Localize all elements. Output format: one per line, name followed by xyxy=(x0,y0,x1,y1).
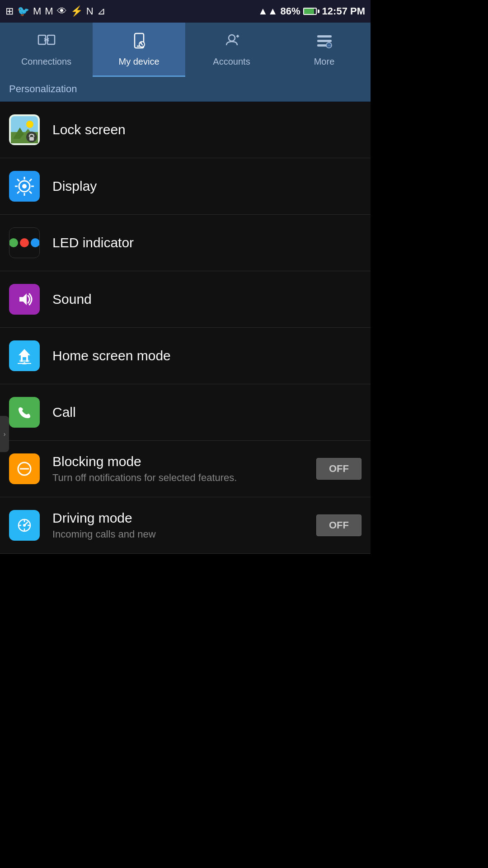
tab-more[interactable]: ··· More xyxy=(278,23,371,77)
svg-point-41 xyxy=(14,402,34,422)
cast-icon: ⊿ xyxy=(97,5,105,17)
tab-connections-label: Connections xyxy=(21,57,71,67)
call-content: Call xyxy=(52,405,361,420)
led-dot-red xyxy=(20,238,29,247)
display-title: Display xyxy=(52,179,361,194)
settings-item-blocking[interactable]: Blocking mode Turn off notifications for… xyxy=(0,441,371,497)
gmail-icon-2: M xyxy=(45,5,53,17)
settings-item-lock-screen[interactable]: Lock screen xyxy=(0,102,371,158)
signal-icon: ▲▲ xyxy=(258,5,278,17)
sidebar-handle[interactable]: › xyxy=(0,416,9,452)
display-content: Display xyxy=(52,179,361,194)
lock-screen-title: Lock screen xyxy=(52,122,361,137)
bluetooth-icon: ⚡ xyxy=(70,5,83,17)
call-title: Call xyxy=(52,405,361,420)
lock-screen-content: Lock screen xyxy=(52,122,361,137)
home-content: Home screen mode xyxy=(52,348,361,363)
led-content: LED indicator xyxy=(52,235,361,250)
sound-content: Sound xyxy=(52,292,361,307)
driving-content: Driving mode Incoming calls and new xyxy=(52,510,316,540)
tab-my-device[interactable]: My device xyxy=(93,23,185,77)
gmail-icon-1: M xyxy=(33,5,41,17)
chevron-right-icon: › xyxy=(4,430,6,438)
svg-point-8 xyxy=(229,35,235,41)
eye-icon: 👁 xyxy=(57,5,67,17)
section-header: Personalization xyxy=(0,77,371,102)
sound-title: Sound xyxy=(52,292,361,307)
svg-rect-22 xyxy=(29,137,34,141)
svg-point-7 xyxy=(140,42,142,44)
led-dots xyxy=(9,238,40,247)
lock-screen-icon xyxy=(9,114,40,145)
bird-icon: 🐦 xyxy=(17,5,29,17)
driving-icon xyxy=(9,510,40,541)
battery-percent: 86% xyxy=(281,5,300,17)
led-icon xyxy=(9,227,40,258)
svg-point-18 xyxy=(26,121,33,128)
driving-toggle[interactable]: OFF xyxy=(316,514,361,536)
svg-line-30 xyxy=(29,191,32,193)
blocking-subtitle: Turn off notifications for selected feat… xyxy=(52,472,316,484)
status-icons-left: ⊞ 🐦 M M 👁 ⚡ N ⊿ xyxy=(5,5,105,17)
home-icon xyxy=(9,340,40,371)
clock: 12:57 PM xyxy=(322,5,365,17)
driving-subtitle: Incoming calls and new xyxy=(52,528,316,540)
tab-connections[interactable]: Connections xyxy=(0,23,93,77)
led-dot-blue xyxy=(31,238,40,247)
svg-point-24 xyxy=(22,184,27,189)
led-title: LED indicator xyxy=(52,235,361,250)
connections-icon xyxy=(38,32,56,54)
tab-accounts-label: Accounts xyxy=(213,57,250,67)
blocking-title: Blocking mode xyxy=(52,454,316,469)
svg-rect-12 xyxy=(317,40,332,42)
nfc-icon: N xyxy=(86,5,94,17)
my-device-icon xyxy=(130,32,148,54)
settings-item-call[interactable]: Call xyxy=(0,384,371,441)
svg-rect-1 xyxy=(47,35,55,44)
settings-item-driving[interactable]: Driving mode Incoming calls and new OFF xyxy=(0,497,371,554)
status-bar: ⊞ 🐦 M M 👁 ⚡ N ⊿ ▲▲ 86% 12:57 PM xyxy=(0,0,371,23)
more-icon: ··· xyxy=(315,32,333,54)
svg-line-29 xyxy=(17,179,19,181)
tab-bar: Connections My device Accounts xyxy=(0,23,371,77)
accounts-icon xyxy=(223,32,241,54)
call-icon xyxy=(9,397,40,428)
tab-accounts[interactable]: Accounts xyxy=(185,23,278,77)
settings-item-home[interactable]: Home screen mode xyxy=(0,328,371,384)
status-icons-right: ▲▲ 86% 12:57 PM xyxy=(258,5,365,17)
svg-line-32 xyxy=(17,191,19,193)
display-icon xyxy=(9,171,40,202)
tab-my-device-label: My device xyxy=(118,57,159,67)
svg-line-31 xyxy=(29,179,32,181)
plus-icon: ⊞ xyxy=(5,5,14,17)
svg-rect-11 xyxy=(317,35,332,38)
tab-more-label: More xyxy=(314,57,335,67)
svg-text:···: ··· xyxy=(328,43,331,48)
battery-icon xyxy=(303,8,319,15)
blocking-toggle[interactable]: OFF xyxy=(316,458,361,480)
settings-list: Lock screen Display xyxy=(0,102,371,554)
led-dot-green xyxy=(9,238,18,247)
home-title: Home screen mode xyxy=(52,348,361,363)
svg-rect-0 xyxy=(38,35,46,44)
blocking-icon xyxy=(9,453,40,484)
driving-title: Driving mode xyxy=(52,510,316,526)
blocking-content: Blocking mode Turn off notifications for… xyxy=(52,454,316,484)
settings-item-sound[interactable]: Sound xyxy=(0,271,371,328)
settings-item-display[interactable]: Display xyxy=(0,158,371,215)
settings-item-led[interactable]: LED indicator xyxy=(0,215,371,271)
sound-icon xyxy=(9,284,40,315)
